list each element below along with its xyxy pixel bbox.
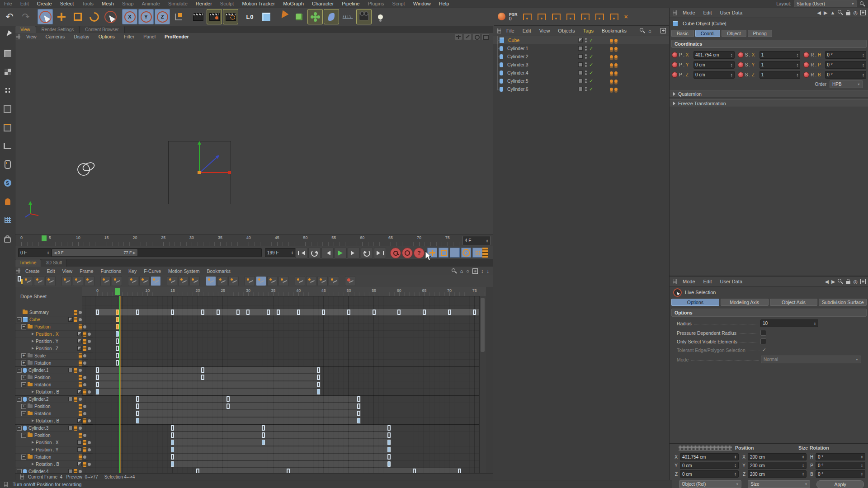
keyframe-row-22[interactable]	[82, 468, 486, 473]
layer-color-icon[interactable]	[68, 469, 73, 473]
preview-range-slider[interactable]: ◀ 0 F 77 F ▶	[51, 248, 262, 257]
position-x-field[interactable]: 401.754 cm	[680, 453, 739, 460]
expand-icon[interactable]: +	[21, 361, 26, 366]
preset-position-icon[interactable]	[523, 14, 532, 20]
checkbox[interactable]	[760, 330, 766, 336]
menu-item-script[interactable]: Script	[388, 0, 409, 8]
rotation-h-field[interactable]: 0 °	[816, 453, 865, 460]
add-panel-icon[interactable]	[860, 279, 866, 284]
track-row-cylinder-3-16[interactable]: −Cylinder.3	[15, 424, 84, 432]
keyframe-selected[interactable]	[116, 317, 119, 322]
apply-button[interactable]: Apply	[816, 480, 864, 488]
keyframe-bars-icon[interactable]	[74, 317, 77, 322]
timeline-tool-icon-30[interactable]	[278, 276, 289, 286]
keyframe-row-21[interactable]	[82, 460, 486, 468]
record-dot-icon[interactable]	[738, 72, 744, 78]
back-icon[interactable]: ◀	[825, 279, 828, 285]
texture-mode-icon[interactable]	[1, 66, 14, 78]
points-mode-icon[interactable]	[1, 84, 14, 97]
timeline-tool-icon-6[interactable]	[45, 276, 56, 286]
stepper-icon[interactable]	[861, 455, 863, 459]
move-tool-icon[interactable]	[54, 9, 69, 24]
size-x-field[interactable]: 200 cm	[748, 453, 807, 460]
home-icon[interactable]: ⌂	[460, 268, 463, 274]
keyframe-bars-icon[interactable]	[79, 353, 82, 358]
object-manager-menu-bookmarks[interactable]: Bookmarks	[598, 28, 631, 33]
keyframe-row-3[interactable]	[82, 330, 486, 338]
keyframe-bars-icon[interactable]	[74, 310, 77, 315]
stepper-icon[interactable]	[814, 322, 816, 325]
current-frame-field[interactable]: 4 F	[462, 236, 491, 245]
stepper-icon[interactable]	[861, 472, 863, 476]
keyframe[interactable]	[171, 425, 174, 431]
forward-icon[interactable]: ▶	[824, 10, 827, 16]
record-scale-toggle[interactable]	[439, 248, 448, 258]
viewport-menu-display[interactable]: Display	[69, 34, 94, 39]
layout-dropdown[interactable]: Startup (User) ▼	[794, 0, 857, 7]
timeline-tool-icon-10[interactable]	[84, 276, 94, 286]
track-state-icon[interactable]	[79, 470, 82, 473]
timeline-tool-icon-37[interactable]	[345, 276, 355, 286]
stepper-icon[interactable]	[862, 73, 864, 77]
scale-s-x-field[interactable]: 1	[760, 51, 801, 59]
keyframe-bars-icon[interactable]	[79, 404, 82, 409]
axis-mode-icon[interactable]	[242, 9, 258, 24]
timeline-tool-icon-34[interactable]	[317, 276, 328, 286]
object-row-cylinder-5[interactable]: Cylinder.5✓	[493, 77, 670, 85]
track-row-position-2[interactable]: −Position	[15, 323, 88, 331]
collapse-icon[interactable]: −	[17, 368, 22, 373]
timeline-tool-icon-24[interactable]	[217, 276, 227, 286]
keyframe-bars-icon[interactable]	[79, 361, 82, 366]
viewport-tab-render-settings[interactable]: Render Settings	[36, 26, 80, 33]
collapse-icon[interactable]: −	[21, 382, 26, 387]
move-vertical-icon[interactable]: ↕	[481, 268, 484, 274]
stepper-icon[interactable]	[734, 472, 736, 476]
stepper-icon[interactable]	[486, 239, 488, 243]
animation-tag-icons[interactable]	[610, 63, 618, 66]
record-keyframe-button[interactable]	[390, 248, 401, 258]
animation-tag-icons[interactable]	[610, 47, 618, 50]
layer-color-icon[interactable]	[77, 346, 82, 351]
keyframe-selection-button[interactable]: ?	[414, 248, 425, 258]
record-dot-icon[interactable]	[672, 72, 678, 78]
next-key-button[interactable]	[361, 248, 373, 258]
keyframe-row-15[interactable]	[82, 417, 486, 425]
keyframe[interactable]	[317, 367, 320, 373]
timeline-menu-functions[interactable]: Functions	[97, 268, 125, 274]
layer-color-icon[interactable]	[68, 317, 73, 322]
collapse-icon[interactable]: −	[17, 317, 22, 322]
attribute-tab-coord[interactable]: Coord.	[695, 30, 721, 37]
record-pla-toggle[interactable]	[472, 248, 482, 258]
dope-sheet-scrollbar[interactable]	[479, 296, 486, 473]
search-icon[interactable]	[838, 279, 843, 284]
keyframe[interactable]	[171, 440, 174, 445]
timeline-tool-icon-35[interactable]	[329, 276, 339, 286]
layer-color-icon[interactable]	[77, 462, 82, 466]
search-icon[interactable]	[860, 1, 865, 7]
layer-color-icon[interactable]	[578, 62, 583, 67]
layer-color-icon[interactable]	[68, 397, 73, 401]
track-row-position-y-19[interactable]: Position . Y	[15, 446, 93, 454]
expand-icon[interactable]: +	[21, 375, 26, 380]
zoom-view-icon[interactable]	[464, 34, 471, 40]
layer-color-icon[interactable]	[578, 87, 583, 91]
track-row-position-x-18[interactable]: Position . X	[15, 439, 93, 446]
timeline-tool-icon-25[interactable]	[228, 276, 239, 286]
keyframe[interactable]	[96, 367, 99, 373]
object-manager-menu-objects[interactable]: Objects	[554, 28, 579, 33]
stepper-icon[interactable]	[802, 455, 804, 459]
keyframe-row-4[interactable]	[82, 338, 486, 345]
timeline-tool-icon-20[interactable]	[178, 276, 189, 286]
keyframe[interactable]	[96, 310, 99, 315]
track-state-icon[interactable]	[79, 311, 82, 314]
timeline-tab-3d-stuff[interactable]: 3D Stuff	[41, 259, 67, 267]
animation-tag-icons[interactable]	[610, 88, 618, 91]
menu-item-file[interactable]: File	[0, 0, 16, 8]
track-state-icon[interactable]	[79, 427, 82, 430]
spline-pen-icon[interactable]	[275, 9, 290, 24]
keyframe-row-1[interactable]	[82, 316, 486, 323]
timeline-tool-icon-21[interactable]	[189, 276, 200, 286]
track-row-rotation-14[interactable]: −Rotation	[15, 410, 88, 418]
layer-color-icon[interactable]	[77, 339, 82, 343]
keyframe[interactable]	[116, 346, 119, 351]
